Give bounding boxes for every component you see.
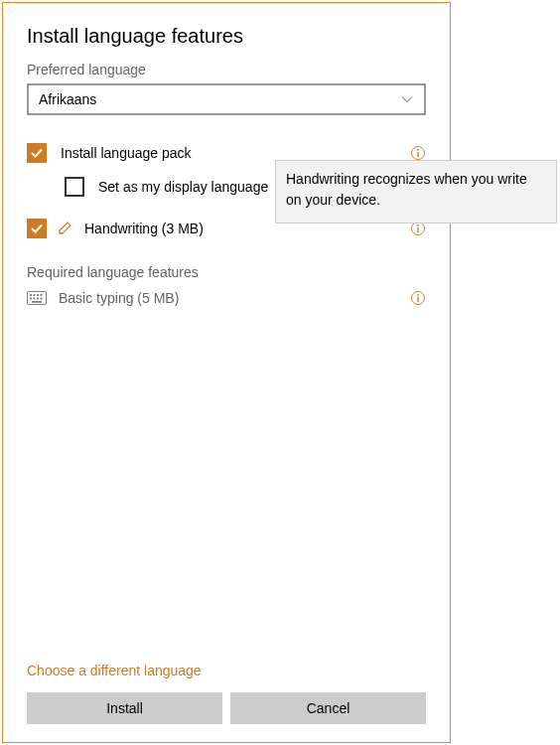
dialog-title: Install language features [27, 25, 426, 48]
required-features-header: Required language features [27, 264, 426, 280]
svg-rect-18 [417, 297, 418, 302]
svg-rect-8 [34, 294, 36, 296]
svg-point-17 [417, 294, 419, 296]
keyboard-icon [27, 291, 47, 305]
svg-rect-2 [417, 152, 418, 157]
chevron-down-icon [400, 92, 414, 106]
svg-point-4 [417, 224, 419, 226]
option-label: Set as my display language [98, 179, 268, 195]
svg-rect-14 [41, 298, 43, 300]
svg-rect-12 [34, 298, 36, 300]
install-button[interactable]: Install [27, 692, 222, 724]
svg-rect-11 [30, 298, 32, 300]
svg-rect-15 [32, 301, 42, 303]
info-icon[interactable] [410, 145, 426, 161]
checkbox-install-language-pack[interactable] [27, 143, 47, 163]
language-select-value: Afrikaans [39, 91, 96, 107]
dialog-buttons: Install Cancel [27, 692, 426, 724]
required-basic-typing: Basic typing (5 MB) [27, 290, 426, 306]
install-language-dialog: Install language features Preferred lang… [2, 2, 451, 743]
svg-rect-7 [30, 294, 32, 296]
handwriting-icon [57, 220, 74, 237]
svg-rect-13 [37, 298, 39, 300]
preferred-language-label: Preferred language [27, 62, 426, 77]
cancel-button[interactable]: Cancel [230, 692, 426, 724]
svg-point-1 [417, 149, 419, 151]
choose-different-language-link[interactable]: Choose a different language [27, 663, 426, 678]
checkbox-handwriting[interactable] [27, 219, 47, 238]
checkbox-set-display-language[interactable] [65, 177, 84, 197]
svg-rect-10 [41, 294, 43, 296]
option-label: Handwriting (3 MB) [84, 221, 204, 236]
svg-rect-5 [417, 227, 418, 232]
handwriting-tooltip: Handwriting recognizes when you write on… [275, 160, 557, 224]
info-icon[interactable] [410, 290, 426, 306]
required-label: Basic typing (5 MB) [59, 290, 179, 306]
svg-rect-9 [37, 294, 39, 296]
language-select[interactable]: Afrikaans [27, 83, 426, 115]
option-label: Install language pack [61, 145, 192, 161]
